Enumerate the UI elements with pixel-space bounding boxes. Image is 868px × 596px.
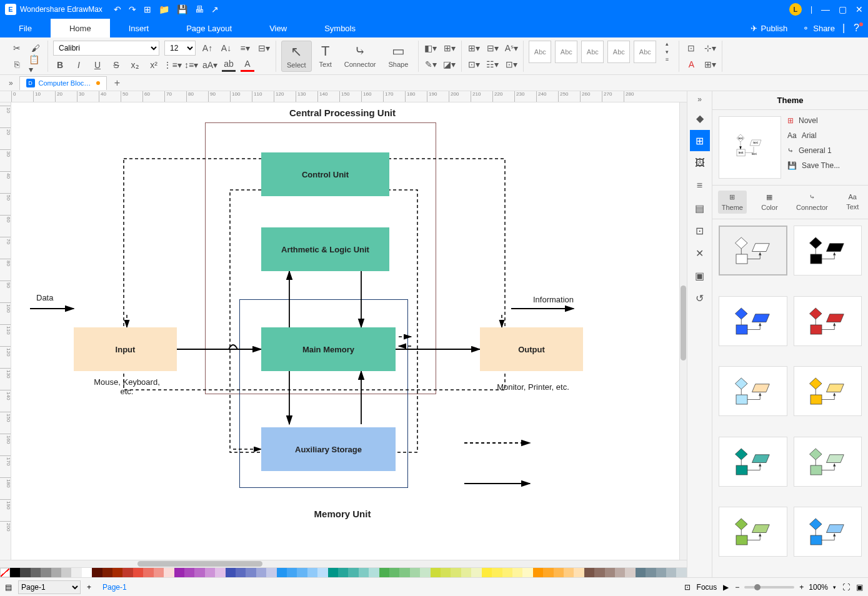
theme-tab[interactable]: ⊞Theme xyxy=(718,191,747,214)
connector-tab[interactable]: ⤷Connector xyxy=(792,191,832,214)
zoom-dropdown-icon[interactable]: ▾ xyxy=(833,584,836,590)
library-panel-icon[interactable]: ⊡ xyxy=(690,220,710,241)
image-panel-icon[interactable]: 🖼 xyxy=(690,152,710,174)
color-swatch[interactable] xyxy=(533,568,543,577)
theme-color-icon[interactable]: A xyxy=(684,57,698,71)
fill-panel-icon[interactable]: ◆ xyxy=(690,107,710,129)
theme-font-option[interactable]: AaArial xyxy=(787,131,862,140)
zoom-out-button[interactable]: − xyxy=(735,583,739,592)
color-swatch[interactable] xyxy=(51,568,61,577)
color-swatch[interactable] xyxy=(574,568,584,577)
theme-save-option[interactable]: 💾Save The... xyxy=(787,161,862,170)
export-icon[interactable]: ↗ xyxy=(211,4,219,14)
color-swatch[interactable] xyxy=(369,568,379,577)
cut-icon[interactable]: ✂ xyxy=(10,41,24,55)
color-swatch[interactable] xyxy=(112,568,122,577)
minimize-icon[interactable]: — xyxy=(821,4,830,14)
color-swatch[interactable] xyxy=(215,568,225,577)
rotate-icon[interactable]: Aˢ▾ xyxy=(504,41,518,55)
color-swatch[interactable] xyxy=(174,568,184,577)
color-swatch[interactable] xyxy=(359,568,369,577)
fullscreen-icon[interactable]: ▣ xyxy=(856,583,863,592)
theme-thumbnail[interactable] xyxy=(719,507,787,557)
history-panel-icon[interactable]: ↺ xyxy=(690,287,710,309)
theme-thumbnail[interactable] xyxy=(719,226,787,276)
zoom-in-button[interactable]: + xyxy=(799,583,804,592)
theme-thumbnail[interactable] xyxy=(794,366,862,416)
menu-symbols[interactable]: Symbols xyxy=(306,19,374,37)
color-swatch[interactable] xyxy=(431,568,441,577)
color-swatch[interactable] xyxy=(441,568,451,577)
menu-home[interactable]: Home xyxy=(51,19,110,37)
color-swatch[interactable] xyxy=(666,568,676,577)
save-icon[interactable]: 💾 xyxy=(177,4,187,14)
size-icon[interactable]: ⊡▾ xyxy=(504,57,518,71)
align-text-icon[interactable]: ≡▾ xyxy=(238,41,252,55)
collapse-panel-icon[interactable]: » xyxy=(697,95,702,104)
expand-tabs-icon[interactable]: » xyxy=(5,79,17,87)
color-swatch[interactable] xyxy=(676,568,686,577)
color-swatch[interactable] xyxy=(122,568,132,577)
layers-panel-icon[interactable]: ≡ xyxy=(690,175,710,196)
underline-icon[interactable]: U xyxy=(91,58,104,72)
vertical-scrollbar[interactable] xyxy=(679,102,687,560)
color-swatch[interactable] xyxy=(512,568,522,577)
color-swatch[interactable] xyxy=(297,568,307,577)
color-swatch[interactable] xyxy=(554,568,564,577)
text-tab[interactable]: AaText xyxy=(842,191,862,214)
style-preset-3[interactable]: Abc xyxy=(581,41,604,63)
color-swatch[interactable] xyxy=(656,568,666,577)
color-swatch[interactable] xyxy=(246,568,256,577)
color-swatch[interactable] xyxy=(625,568,635,577)
color-swatch[interactable] xyxy=(389,568,399,577)
color-swatch[interactable] xyxy=(564,568,574,577)
paste-icon[interactable]: 📋▾ xyxy=(29,57,42,71)
share-button[interactable]: ⚬Share xyxy=(795,19,842,37)
color-swatch[interactable] xyxy=(184,568,194,577)
theme-connector-option[interactable]: ⤷General 1 xyxy=(787,146,862,155)
line-color-icon[interactable]: ✎▾ xyxy=(424,57,437,71)
color-swatch[interactable] xyxy=(10,568,20,577)
vertical-align-icon[interactable]: ⊟▾ xyxy=(257,41,271,55)
open-icon[interactable]: 📁 xyxy=(159,4,169,14)
color-swatch[interactable] xyxy=(461,568,471,577)
color-swatch[interactable] xyxy=(287,568,297,577)
page-tab[interactable]: Page-1 xyxy=(97,583,132,592)
format-painter-icon[interactable]: 🖌 xyxy=(29,41,42,55)
no-color-swatch[interactable] xyxy=(0,568,10,577)
undo-icon[interactable]: ↶ xyxy=(114,4,121,14)
alu-shape[interactable]: Arthmetic & Logic Unit xyxy=(261,227,389,271)
add-page-button[interactable]: + xyxy=(87,583,91,592)
theme-thumbnail[interactable] xyxy=(719,296,787,346)
color-swatch[interactable] xyxy=(317,568,327,577)
color-swatch[interactable] xyxy=(71,568,81,577)
color-swatch[interactable] xyxy=(226,568,236,577)
superscript-icon[interactable]: x² xyxy=(147,58,161,72)
color-swatch[interactable] xyxy=(102,568,112,577)
color-swatch[interactable] xyxy=(379,568,389,577)
color-swatch[interactable] xyxy=(420,568,430,577)
color-swatch[interactable] xyxy=(164,568,174,577)
color-swatch[interactable] xyxy=(328,568,338,577)
color-swatch[interactable] xyxy=(41,568,51,577)
color-swatch[interactable] xyxy=(20,568,30,577)
color-swatch[interactable] xyxy=(471,568,481,577)
color-swatch[interactable] xyxy=(92,568,102,577)
print-icon[interactable]: 🖶 xyxy=(195,4,204,14)
style-preset-2[interactable]: Abc xyxy=(555,41,577,63)
text-effects-icon[interactable]: aA▾ xyxy=(203,58,217,72)
color-swatch[interactable] xyxy=(502,568,512,577)
fit-page-icon[interactable]: ⛶ xyxy=(842,583,850,592)
theme-thumbnail[interactable] xyxy=(719,366,787,416)
color-swatch[interactable] xyxy=(348,568,358,577)
theme-panel-icon[interactable]: ⊞ xyxy=(690,130,710,151)
font-size-select[interactable]: 12 xyxy=(164,41,196,56)
menu-pagelayout[interactable]: Page Layout xyxy=(167,19,251,37)
subscript-icon[interactable]: x₂ xyxy=(128,58,142,72)
color-swatch[interactable] xyxy=(61,568,71,577)
main-memory-shape[interactable]: Main Memory xyxy=(261,327,396,371)
style-down-icon[interactable]: ▾ xyxy=(660,48,674,55)
color-swatch[interactable] xyxy=(133,568,143,577)
maximize-icon[interactable]: ▢ xyxy=(839,4,847,14)
document-tab[interactable]: D Computer Block... xyxy=(19,76,107,90)
